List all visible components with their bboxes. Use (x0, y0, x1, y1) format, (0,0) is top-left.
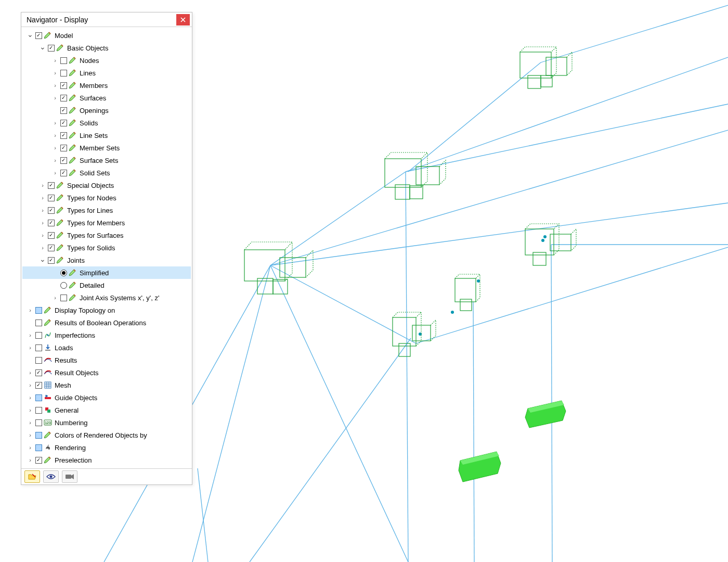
chevron-right-icon[interactable]: › (51, 57, 59, 63)
chevron-right-icon[interactable]: › (51, 157, 59, 163)
tree-item-presel[interactable]: ›Preselection (22, 454, 191, 466)
chevron-right-icon[interactable]: › (51, 95, 59, 101)
tree-item-simplified[interactable]: Simplified (22, 266, 191, 279)
tree-item-members[interactable]: ›Members (22, 79, 191, 92)
chevron-right-icon[interactable]: › (27, 344, 34, 351)
chevron-right-icon[interactable]: › (39, 220, 46, 226)
tree-item-rbool[interactable]: Results of Boolean Operations (22, 316, 191, 329)
checkbox-general[interactable] (35, 407, 42, 414)
close-button[interactable] (176, 14, 190, 25)
tree-item-loads[interactable]: ›Loads (22, 341, 191, 354)
checkbox-model[interactable] (35, 32, 42, 39)
checkbox-linesets[interactable] (60, 132, 67, 139)
checkbox-jaxis[interactable] (60, 295, 67, 301)
chevron-down-icon[interactable]: ⌄ (39, 43, 46, 51)
checkbox-tsolids[interactable] (48, 245, 55, 251)
chevron-right-icon[interactable]: › (27, 457, 34, 463)
tree-item-rendering[interactable]: ›Rendering (22, 441, 191, 454)
checkbox-dtopo[interactable] (35, 307, 42, 314)
checkbox-rbool[interactable] (35, 320, 42, 326)
tree-item-colors[interactable]: ›Colors of Rendered Objects by (22, 429, 191, 441)
tree-item-lines[interactable]: ›Lines (22, 67, 191, 79)
tree-item-openings[interactable]: Openings (22, 104, 191, 117)
tree-item-nodes[interactable]: ›Nodes (22, 54, 191, 67)
chevron-right-icon[interactable]: › (39, 207, 46, 213)
checkbox-guide[interactable] (35, 394, 42, 401)
chevron-right-icon[interactable]: › (39, 195, 46, 201)
chevron-right-icon[interactable]: › (39, 232, 46, 238)
tree-item-solidsets[interactable]: ›Solid Sets (22, 167, 191, 179)
chevron-down-icon[interactable]: ⌄ (27, 30, 34, 39)
checkbox-rendering[interactable] (35, 444, 42, 451)
checkbox-loads[interactable] (35, 344, 42, 351)
chevron-right-icon[interactable]: › (51, 145, 59, 151)
checkbox-tsurfaces[interactable] (48, 232, 55, 239)
checkbox-basic[interactable] (48, 45, 55, 52)
checkbox-resobj[interactable] (35, 369, 42, 376)
checkbox-mesh[interactable] (35, 382, 42, 389)
chevron-right-icon[interactable]: › (27, 307, 34, 313)
radio-simplified[interactable] (60, 270, 67, 276)
tree-item-mesh[interactable]: ›Mesh (22, 379, 191, 391)
tree-item-detailed[interactable]: Detailed (22, 279, 191, 291)
checkbox-members[interactable] (60, 82, 67, 89)
checkbox-surfaces[interactable] (60, 95, 67, 101)
tree-item-tnodes[interactable]: ›Types for Nodes (22, 191, 191, 204)
chevron-right-icon[interactable]: › (51, 170, 59, 176)
chevron-right-icon[interactable]: › (27, 419, 34, 426)
tree-item-jaxis[interactable]: ›Joint Axis Systems x', y', z' (22, 291, 191, 304)
tree-item-resobj[interactable]: ›Result Objects (22, 366, 191, 379)
chevron-right-icon[interactable]: › (51, 132, 59, 138)
checkbox-surfacesets[interactable] (60, 157, 67, 164)
radio-detailed[interactable] (60, 282, 67, 289)
tree-item-guide[interactable]: ›Guide Objects (22, 391, 191, 404)
checkbox-presel[interactable] (35, 457, 42, 464)
footer-tab-camera[interactable] (62, 470, 77, 483)
chevron-right-icon[interactable]: › (27, 394, 34, 401)
checkbox-numbering[interactable] (35, 419, 42, 426)
chevron-right-icon[interactable]: › (27, 407, 34, 413)
chevron-right-icon[interactable]: › (27, 432, 34, 438)
tree-item-membersets[interactable]: ›Member Sets (22, 142, 191, 154)
footer-tab-folder[interactable] (24, 470, 40, 483)
chevron-right-icon[interactable]: › (51, 82, 59, 88)
checkbox-joints[interactable] (48, 257, 55, 264)
tree-item-surfacesets[interactable]: ›Surface Sets (22, 154, 191, 167)
tree-item-general[interactable]: ›General (22, 404, 191, 416)
checkbox-special[interactable] (48, 182, 55, 189)
chevron-right-icon[interactable]: › (39, 182, 46, 188)
checkbox-membersets[interactable] (60, 145, 67, 151)
tree-item-dtopo[interactable]: ›Display Topology on (22, 304, 191, 316)
checkbox-tlines[interactable] (48, 207, 55, 214)
chevron-right-icon[interactable]: › (27, 382, 34, 388)
tree-item-imperf[interactable]: ›Imperfections (22, 329, 191, 341)
chevron-right-icon[interactable]: › (51, 295, 59, 301)
chevron-right-icon[interactable]: › (39, 245, 46, 251)
checkbox-nodes[interactable] (60, 57, 67, 64)
checkbox-results[interactable] (35, 357, 42, 364)
tree-item-tsolids[interactable]: ›Types for Solids (22, 241, 191, 254)
footer-tab-eye[interactable] (43, 470, 59, 483)
checkbox-imperf[interactable] (35, 332, 42, 339)
tree-item-model[interactable]: ⌄Model (22, 29, 191, 42)
checkbox-solids[interactable] (60, 120, 67, 126)
checkbox-tmembers[interactable] (48, 220, 55, 226)
chevron-right-icon[interactable]: › (51, 120, 59, 126)
chevron-right-icon[interactable]: › (51, 70, 59, 76)
tree-item-numbering[interactable]: ›123Numbering (22, 416, 191, 429)
tree-item-tmembers[interactable]: ›Types for Members (22, 216, 191, 229)
checkbox-colors[interactable] (35, 432, 42, 439)
chevron-right-icon[interactable]: › (27, 444, 34, 451)
checkbox-solidsets[interactable] (60, 170, 67, 176)
chevron-right-icon[interactable]: › (27, 332, 34, 338)
checkbox-tnodes[interactable] (48, 195, 55, 201)
tree-item-basic[interactable]: ⌄Basic Objects (22, 42, 191, 54)
checkbox-lines[interactable] (60, 70, 67, 76)
display-tree[interactable]: ⌄Model⌄Basic Objects›Nodes›Lines›Members… (21, 27, 192, 468)
chevron-down-icon[interactable]: ⌄ (39, 255, 46, 263)
tree-item-results[interactable]: Results (22, 354, 191, 366)
tree-item-joints[interactable]: ⌄Joints (22, 254, 191, 266)
tree-item-special[interactable]: ›Special Objects (22, 179, 191, 191)
chevron-right-icon[interactable]: › (27, 369, 34, 376)
tree-item-solids[interactable]: ›Solids (22, 117, 191, 129)
